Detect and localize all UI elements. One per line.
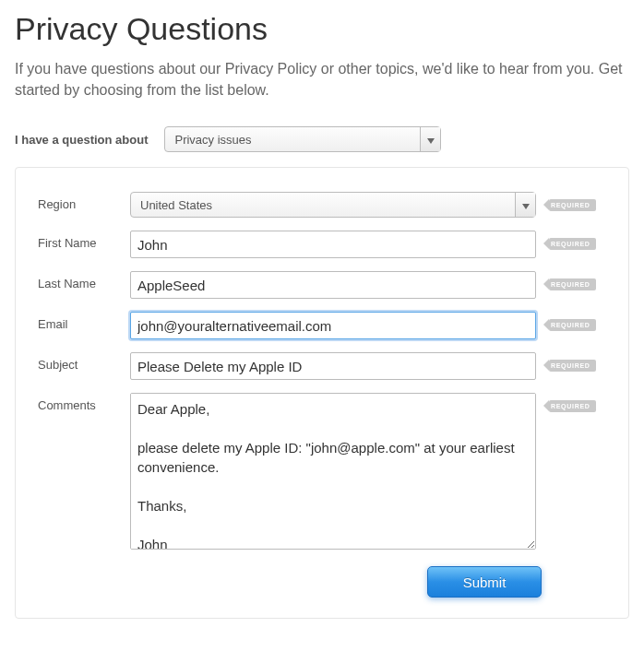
required-badge: REQUIRED: [549, 360, 596, 372]
email-input[interactable]: [130, 312, 536, 339]
topic-label: I have a question about: [15, 133, 148, 147]
subject-label: Subject: [38, 352, 130, 372]
region-select[interactable]: United States: [130, 192, 536, 218]
region-select-arrow[interactable]: [515, 193, 535, 217]
region-select-value[interactable]: United States: [131, 193, 515, 217]
required-badge: REQUIRED: [549, 400, 596, 412]
comments-textarea[interactable]: [130, 393, 536, 550]
page-intro: If you have questions about our Privacy …: [15, 58, 629, 101]
required-badge: REQUIRED: [549, 278, 596, 290]
required-badge: REQUIRED: [549, 238, 596, 250]
topic-select-arrow[interactable]: [420, 127, 440, 151]
form-card: Region United States REQUIRED First Name…: [15, 167, 629, 619]
submit-button[interactable]: Submit: [427, 566, 542, 598]
region-label: Region: [38, 192, 130, 211]
first-name-label: First Name: [38, 231, 130, 250]
email-label: Email: [38, 312, 130, 331]
last-name-label: Last Name: [38, 271, 130, 290]
page-title: Privacy Questions: [15, 11, 629, 47]
first-name-input[interactable]: [130, 231, 536, 258]
chevron-down-icon: [427, 131, 435, 148]
subject-input[interactable]: [130, 352, 536, 380]
chevron-down-icon: [522, 196, 530, 213]
topic-select[interactable]: Privacy issues: [164, 126, 441, 152]
required-badge: REQUIRED: [549, 199, 596, 211]
comments-label: Comments: [38, 393, 130, 412]
topic-select-value[interactable]: Privacy issues: [165, 127, 420, 151]
last-name-input[interactable]: [130, 271, 536, 299]
required-badge: REQUIRED: [549, 319, 596, 331]
